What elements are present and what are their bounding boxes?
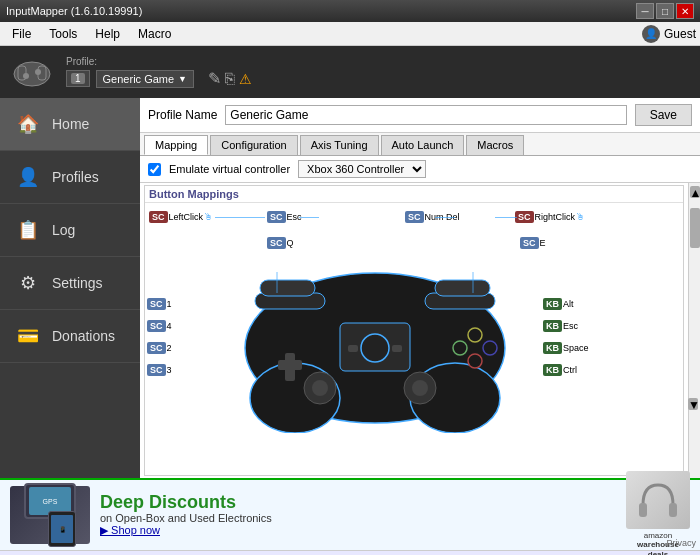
ad-headline: Deep Discounts bbox=[100, 493, 616, 513]
mapping-kb-esc: KB Esc bbox=[543, 320, 578, 332]
sidebar-item-donations[interactable]: 💳 Donations bbox=[0, 310, 140, 363]
tab-axis-tuning[interactable]: Axis Tuning bbox=[300, 135, 379, 155]
mappings-area: Button Mappings SC LeftClick 🖱 SC Esc bbox=[144, 185, 684, 476]
svg-point-18 bbox=[412, 380, 428, 396]
profile-name-label: Profile Name bbox=[148, 108, 217, 122]
ad-subtext: on Open-Box and Used Electronics bbox=[100, 512, 616, 524]
svg-point-20 bbox=[468, 328, 482, 342]
svg-rect-28 bbox=[639, 503, 647, 517]
ad-shop-link[interactable]: ▶ Shop now bbox=[100, 524, 616, 537]
menu-bar: File Tools Help Macro 👤 Guest bbox=[0, 22, 700, 46]
svg-point-4 bbox=[35, 69, 41, 75]
menu-items: File Tools Help Macro bbox=[4, 25, 179, 43]
app-header: Profile: 1 Generic Game ▼ ✎ ⎘ ⚠ bbox=[0, 46, 700, 98]
sidebar-label-donations: Donations bbox=[52, 328, 115, 344]
mapping-leftclick: SC LeftClick 🖱 bbox=[149, 211, 213, 223]
maximize-button[interactable]: □ bbox=[656, 3, 674, 19]
main-layout: 🏠 Home 👤 Profiles 📋 Log ⚙ Settings 💳 Don… bbox=[0, 98, 700, 478]
sidebar-label-log: Log bbox=[52, 222, 75, 238]
content-area: Profile Name Save Mapping Configuration … bbox=[140, 98, 700, 478]
mapping-kb-alt: KB Alt bbox=[543, 298, 574, 310]
title-bar: InputMapper (1.6.10.19991) ─ □ ✕ bbox=[0, 0, 700, 22]
mapping-1: SC 1 bbox=[147, 298, 172, 310]
tab-configuration[interactable]: Configuration bbox=[210, 135, 297, 155]
username: Guest bbox=[664, 27, 696, 41]
sidebar-item-settings[interactable]: ⚙ Settings bbox=[0, 257, 140, 310]
svg-rect-29 bbox=[669, 503, 677, 517]
controller-canvas: SC LeftClick 🖱 SC Esc SC Num Del bbox=[145, 203, 683, 443]
menu-tools[interactable]: Tools bbox=[41, 25, 85, 43]
svg-rect-14 bbox=[278, 360, 302, 370]
sidebar-label-profiles: Profiles bbox=[52, 169, 99, 185]
close-button[interactable]: ✕ bbox=[676, 3, 694, 19]
svg-rect-10 bbox=[260, 280, 315, 296]
mapping-kb-ctrl: KB Ctrl bbox=[543, 364, 577, 376]
tab-auto-launch[interactable]: Auto Launch bbox=[381, 135, 465, 155]
mappings-container: Button Mappings SC LeftClick 🖱 SC Esc bbox=[140, 183, 700, 478]
tab-macros[interactable]: Macros bbox=[466, 135, 524, 155]
privacy-link[interactable]: Privacy bbox=[666, 538, 696, 548]
svg-point-21 bbox=[468, 354, 482, 368]
window-controls: ─ □ ✕ bbox=[636, 3, 694, 19]
menu-macro[interactable]: Macro bbox=[130, 25, 179, 43]
scroll-up[interactable]: ▲ bbox=[690, 186, 700, 198]
user-icon: 👤 bbox=[642, 25, 660, 43]
svg-rect-24 bbox=[348, 345, 358, 352]
profile-dropdown[interactable]: Generic Game ▼ bbox=[96, 70, 194, 88]
svg-point-23 bbox=[361, 334, 389, 362]
warning-icon: ⚠ bbox=[239, 71, 252, 87]
log-icon: 📋 bbox=[14, 216, 42, 244]
sidebar-item-log[interactable]: 📋 Log bbox=[0, 204, 140, 257]
svg-rect-25 bbox=[392, 345, 402, 352]
home-icon: 🏠 bbox=[14, 110, 42, 138]
ad-banner: GPS 📱 Deep Discounts on Open-Box and Use… bbox=[0, 478, 700, 550]
mapping-rightclick: SC RightClick 🖱 bbox=[515, 211, 585, 223]
emulate-row: Emulate virtual controller Xbox 360 Cont… bbox=[140, 156, 700, 183]
mappings-header: Button Mappings bbox=[145, 186, 683, 203]
donations-icon: 💳 bbox=[14, 322, 42, 350]
sidebar-label-settings: Settings bbox=[52, 275, 103, 291]
profile-name-bar: Profile Name Save bbox=[140, 98, 700, 133]
scrollbar[interactable]: ▲ ▼ bbox=[688, 183, 700, 478]
emulate-label: Emulate virtual controller bbox=[169, 163, 290, 175]
donate-bar: Donate $2 and remove ads from this tool … bbox=[0, 550, 700, 555]
scroll-thumb[interactable] bbox=[690, 208, 700, 248]
menu-file[interactable]: File bbox=[4, 25, 39, 43]
profile-action-icons: ✎ ⎘ ⚠ bbox=[208, 69, 252, 88]
ad-image-right bbox=[626, 471, 690, 529]
sidebar-item-home[interactable]: 🏠 Home bbox=[0, 98, 140, 151]
profiles-icon: 👤 bbox=[14, 163, 42, 191]
tabs: Mapping Configuration Axis Tuning Auto L… bbox=[140, 133, 700, 156]
profile-label: Profile: bbox=[66, 56, 252, 67]
svg-point-19 bbox=[453, 341, 467, 355]
mapping-3: SC 3 bbox=[147, 364, 172, 376]
edit-icon[interactable]: ✎ bbox=[208, 69, 221, 88]
profile-number: 1 bbox=[66, 70, 90, 87]
copy-icon[interactable]: ⎘ bbox=[225, 70, 235, 88]
settings-icon: ⚙ bbox=[14, 269, 42, 297]
controller-svg bbox=[220, 248, 530, 433]
svg-point-22 bbox=[483, 341, 497, 355]
emulate-checkbox[interactable] bbox=[148, 163, 161, 176]
profile-selector: Profile: 1 Generic Game ▼ ✎ ⎘ ⚠ bbox=[66, 56, 252, 88]
controller-type-select[interactable]: Xbox 360 Controller bbox=[298, 160, 426, 178]
mapping-kb-space: KB Space bbox=[543, 342, 589, 354]
scroll-down[interactable]: ▼ bbox=[688, 398, 698, 410]
mapping-esc-top: SC Esc bbox=[267, 211, 302, 223]
sidebar-label-home: Home bbox=[52, 116, 89, 132]
tab-mapping[interactable]: Mapping bbox=[144, 135, 208, 155]
ad-text: Deep Discounts on Open-Box and Used Elec… bbox=[100, 493, 616, 538]
minimize-button[interactable]: ─ bbox=[636, 3, 654, 19]
user-area: 👤 Guest bbox=[642, 25, 696, 43]
sidebar: 🏠 Home 👤 Profiles 📋 Log ⚙ Settings 💳 Don… bbox=[0, 98, 140, 478]
save-button[interactable]: Save bbox=[635, 104, 692, 126]
menu-help[interactable]: Help bbox=[87, 25, 128, 43]
app-logo bbox=[10, 50, 54, 94]
sidebar-item-profiles[interactable]: 👤 Profiles bbox=[0, 151, 140, 204]
profile-dropdown-value: Generic Game bbox=[103, 73, 175, 85]
ad-image-left: GPS 📱 bbox=[10, 486, 90, 544]
svg-point-16 bbox=[312, 380, 328, 396]
profile-name-input[interactable] bbox=[225, 105, 626, 125]
app-title: InputMapper (1.6.10.19991) bbox=[6, 5, 142, 17]
svg-point-3 bbox=[23, 73, 29, 79]
